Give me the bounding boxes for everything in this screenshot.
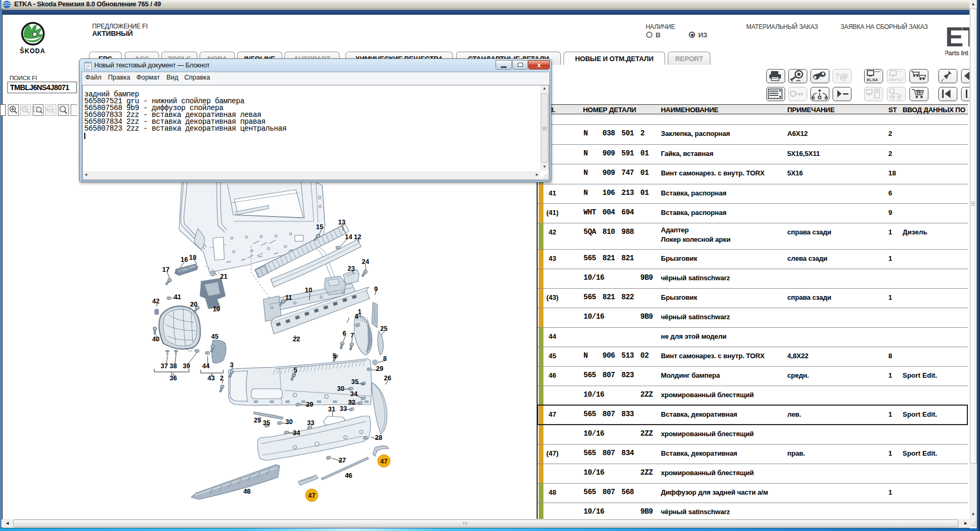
svg-text:36: 36 xyxy=(170,375,177,382)
svg-text:ELSA: ELSA xyxy=(867,77,878,82)
svg-text:39: 39 xyxy=(183,362,190,370)
svg-text:33: 33 xyxy=(340,405,347,412)
svg-text:34: 34 xyxy=(293,429,300,437)
svg-text:43: 43 xyxy=(207,375,215,382)
svg-text:27: 27 xyxy=(339,457,346,464)
svg-text:46: 46 xyxy=(345,472,352,479)
svg-text:47: 47 xyxy=(380,458,388,465)
svg-text:29: 29 xyxy=(306,401,313,408)
svg-text:35: 35 xyxy=(351,378,359,386)
svg-text:47: 47 xyxy=(308,492,315,499)
svg-text:41: 41 xyxy=(174,293,181,301)
svg-text:26: 26 xyxy=(384,375,391,382)
svg-text:3: 3 xyxy=(230,361,234,369)
svg-text:19: 19 xyxy=(213,306,220,313)
svg-text:40: 40 xyxy=(152,336,160,343)
svg-text:24: 24 xyxy=(362,258,369,266)
svg-text:30: 30 xyxy=(337,385,344,392)
svg-text:5: 5 xyxy=(294,367,298,374)
svg-text:7: 7 xyxy=(351,332,354,339)
svg-text:22: 22 xyxy=(293,336,300,343)
svg-text:44: 44 xyxy=(202,362,210,370)
svg-text:37: 37 xyxy=(161,362,168,370)
svg-text:34: 34 xyxy=(350,390,358,398)
svg-text:18: 18 xyxy=(189,254,196,261)
svg-text:21: 21 xyxy=(220,273,227,280)
svg-text:48: 48 xyxy=(243,488,251,495)
svg-text:17: 17 xyxy=(162,266,170,273)
svg-text:16: 16 xyxy=(181,256,188,263)
svg-text:11: 11 xyxy=(285,294,292,301)
svg-text:13: 13 xyxy=(338,219,345,226)
svg-text:30: 30 xyxy=(285,418,293,426)
svg-text:20: 20 xyxy=(190,301,197,308)
svg-text:23: 23 xyxy=(348,265,355,272)
svg-text:2: 2 xyxy=(220,375,224,382)
svg-text:25: 25 xyxy=(380,325,388,332)
svg-text:10: 10 xyxy=(305,287,312,294)
svg-text:15: 15 xyxy=(316,223,323,231)
svg-text:DEPOT: DEPOT xyxy=(889,77,904,82)
svg-text:32: 32 xyxy=(348,399,355,406)
svg-text:42: 42 xyxy=(152,298,160,305)
svg-text:1: 1 xyxy=(358,308,362,316)
svg-text:31: 31 xyxy=(328,406,335,413)
svg-text:45: 45 xyxy=(211,333,219,340)
svg-text:5: 5 xyxy=(333,352,336,360)
svg-text:29: 29 xyxy=(376,365,383,372)
svg-text:8: 8 xyxy=(383,355,387,362)
svg-text:38: 38 xyxy=(170,362,177,370)
svg-text:28: 28 xyxy=(375,434,382,441)
svg-text:?@: ?@ xyxy=(835,71,848,81)
svg-text:25: 25 xyxy=(254,417,261,424)
svg-text:14: 14 xyxy=(345,233,352,241)
svg-text:12: 12 xyxy=(354,233,361,241)
svg-text:9: 9 xyxy=(374,286,378,293)
svg-text:33: 33 xyxy=(307,419,314,427)
svg-text:6: 6 xyxy=(343,330,347,337)
svg-text:35: 35 xyxy=(263,419,270,427)
